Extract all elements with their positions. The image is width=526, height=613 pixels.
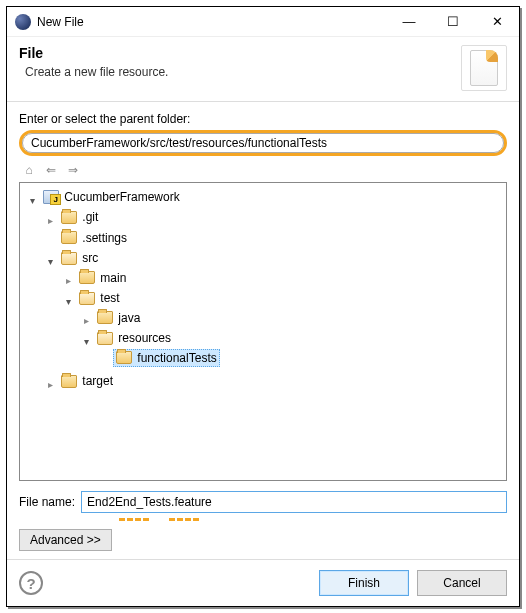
banner-description: Create a new file resource.	[19, 65, 461, 79]
tree-folder-functionaltests[interactable]: functionalTests	[113, 349, 219, 367]
tree-label: test	[100, 291, 119, 305]
folder-open-icon	[97, 332, 113, 345]
folder-icon	[61, 375, 77, 388]
expand-toggle[interactable]	[62, 296, 74, 308]
window-title: New File	[37, 15, 387, 29]
tree-folder-test[interactable]: test	[77, 289, 121, 307]
dialog-footer: ? Finish Cancel	[7, 559, 519, 606]
filename-input[interactable]	[81, 491, 507, 513]
tree-label: functionalTests	[137, 351, 216, 365]
expand-toggle[interactable]	[44, 215, 56, 227]
expand-toggle[interactable]	[62, 275, 74, 287]
folder-icon	[61, 231, 77, 244]
tree-project[interactable]: CucumberFramework	[41, 188, 181, 206]
tree-label: src	[82, 251, 98, 265]
wizard-banner: File Create a new file resource.	[7, 37, 519, 102]
tree-label: .git	[82, 210, 98, 224]
tree-folder-settings[interactable]: .settings	[59, 229, 129, 247]
tree-label: main	[100, 271, 126, 285]
expand-toggle[interactable]	[26, 195, 38, 207]
forward-icon[interactable]: ⇒	[65, 162, 81, 178]
expand-toggle[interactable]	[80, 315, 92, 327]
banner-heading: File	[19, 45, 461, 61]
close-button[interactable]: ✕	[475, 7, 519, 36]
filename-label: File name:	[19, 495, 75, 509]
tree-folder-git[interactable]: .git	[59, 208, 100, 226]
tree-label: .settings	[82, 231, 127, 245]
advanced-button[interactable]: Advanced >>	[19, 529, 112, 551]
expand-toggle[interactable]	[44, 256, 56, 268]
folder-open-icon	[61, 252, 77, 265]
titlebar: New File — ☐ ✕	[7, 7, 519, 37]
cancel-button[interactable]: Cancel	[417, 570, 507, 596]
folder-tree[interactable]: CucumberFramework .git	[19, 182, 507, 481]
parent-folder-label: Enter or select the parent folder:	[19, 112, 507, 126]
parent-folder-input[interactable]	[22, 133, 504, 153]
expand-toggle	[98, 352, 110, 364]
new-file-icon	[461, 45, 507, 91]
dialog-content: Enter or select the parent folder: ⌂ ⇐ ⇒…	[7, 102, 519, 559]
tree-label: resources	[118, 331, 171, 345]
tree-label: target	[82, 374, 113, 388]
tree-folder-resources[interactable]: resources	[95, 329, 173, 347]
folder-icon	[79, 271, 95, 284]
folder-open-icon	[79, 292, 95, 305]
tree-folder-src[interactable]: src	[59, 249, 100, 267]
finish-button[interactable]: Finish	[319, 570, 409, 596]
tree-label: java	[118, 311, 140, 325]
tree-toolbar: ⌂ ⇐ ⇒	[19, 158, 507, 182]
expand-toggle[interactable]	[44, 379, 56, 391]
project-icon	[43, 190, 59, 204]
dialog-window: New File — ☐ ✕ File Create a new file re…	[6, 6, 520, 607]
help-icon[interactable]: ?	[19, 571, 43, 595]
home-icon[interactable]: ⌂	[21, 162, 37, 178]
back-icon[interactable]: ⇐	[43, 162, 59, 178]
tree-folder-target[interactable]: target	[59, 372, 115, 390]
parent-folder-highlight	[19, 130, 507, 156]
expand-toggle	[44, 232, 56, 244]
tree-folder-main[interactable]: main	[77, 269, 128, 287]
tree-label: CucumberFramework	[64, 190, 179, 204]
annotation-underline	[19, 515, 507, 521]
minimize-button[interactable]: —	[387, 7, 431, 36]
folder-icon	[116, 351, 132, 364]
folder-icon	[97, 311, 113, 324]
maximize-button[interactable]: ☐	[431, 7, 475, 36]
expand-toggle[interactable]	[80, 336, 92, 348]
folder-icon	[61, 211, 77, 224]
tree-folder-java[interactable]: java	[95, 309, 142, 327]
eclipse-icon	[15, 14, 31, 30]
